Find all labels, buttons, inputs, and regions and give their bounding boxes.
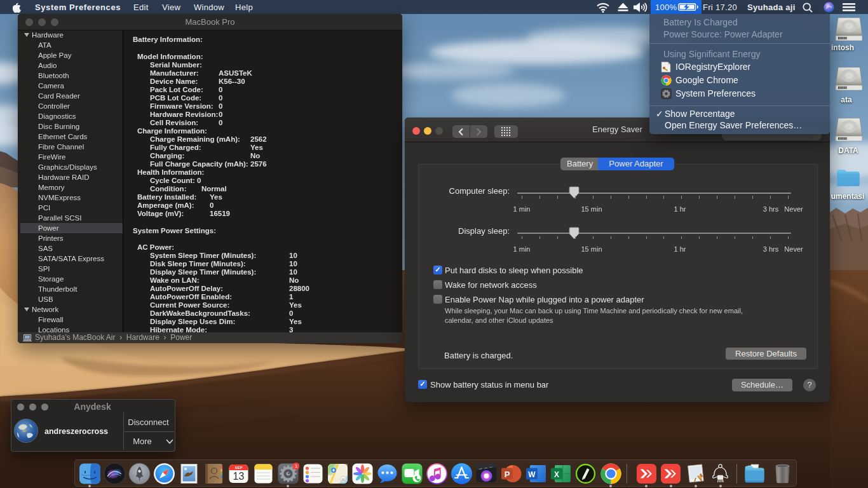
svg-text:W: W — [528, 470, 536, 479]
svg-text:SEP: SEP — [234, 466, 242, 470]
svg-text:13: 13 — [233, 471, 245, 482]
svg-text:X: X — [554, 470, 559, 479]
svg-text:30: 30 — [341, 478, 345, 482]
svg-text:P: P — [505, 470, 510, 479]
svg-text:1: 1 — [295, 463, 297, 469]
